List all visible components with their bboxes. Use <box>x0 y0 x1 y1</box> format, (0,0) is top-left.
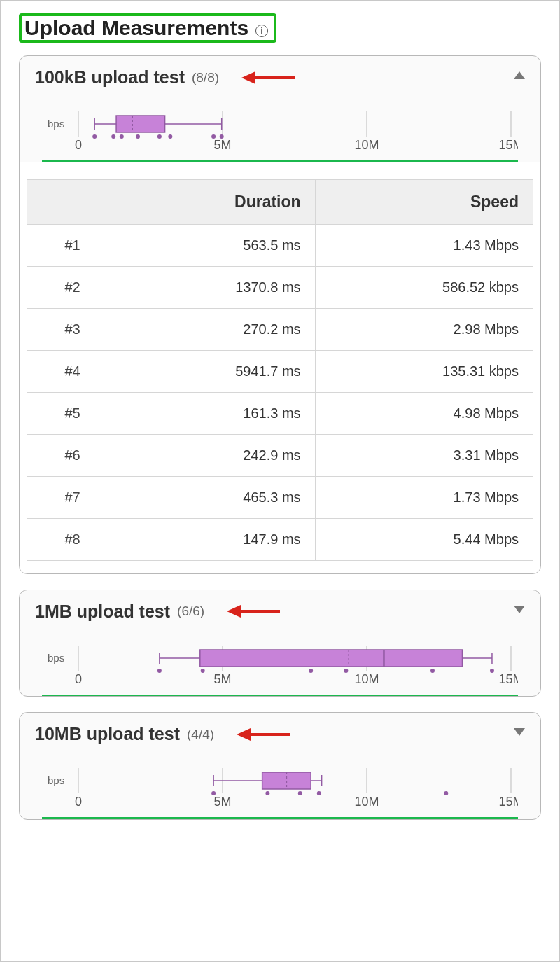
panels-container: 100kB upload test (8/8) 05M10M15Mbps Dur… <box>19 55 541 820</box>
table-cell: 1370.8 ms <box>118 266 315 308</box>
upload-test-panel: 1MB upload test (6/6) 05M10M15Mbps <box>19 590 541 697</box>
svg-point-67 <box>265 791 270 795</box>
svg-text:15M: 15M <box>498 672 518 686</box>
table-cell: #8 <box>27 518 118 560</box>
panel-title-row: 10MB upload test (4/4) <box>35 724 525 744</box>
plot-baseline <box>42 160 518 162</box>
table-wrapper: DurationSpeed#1563.5 ms1.43 Mbps#21370.8… <box>20 162 540 573</box>
chevron-up-icon[interactable] <box>514 71 525 79</box>
boxplot-area: 05M10M15Mbps <box>35 744 525 819</box>
table-cell: 2.98 Mbps <box>315 308 533 350</box>
svg-point-46 <box>344 669 348 673</box>
table-row: #7465.3 ms1.73 Mbps <box>27 476 533 518</box>
svg-point-20 <box>136 134 140 139</box>
measurements-table: DurationSpeed#1563.5 ms1.43 Mbps#21370.8… <box>27 179 533 561</box>
table-cell: 161.3 ms <box>118 392 315 434</box>
panel-title-row: 1MB upload test (6/6) <box>35 601 525 622</box>
svg-text:bps: bps <box>48 652 64 664</box>
svg-text:5M: 5M <box>214 795 231 809</box>
panel-title: 100kB upload test <box>35 67 185 88</box>
plot-baseline <box>42 695 518 697</box>
panel-title-row: 100kB upload test (8/8) <box>35 67 525 88</box>
svg-marker-27 <box>514 606 525 613</box>
svg-point-21 <box>158 134 162 139</box>
table-cell: 270.2 ms <box>118 308 315 350</box>
svg-point-48 <box>490 669 494 673</box>
table-row: #8147.9 ms5.44 Mbps <box>27 518 533 560</box>
svg-marker-50 <box>237 728 251 741</box>
panel-header[interactable]: 100kB upload test (8/8) 05M10M15Mbps <box>20 56 540 162</box>
table-cell: #6 <box>27 434 118 476</box>
svg-text:0: 0 <box>75 138 82 152</box>
svg-point-47 <box>430 669 435 673</box>
svg-text:5M: 5M <box>214 138 231 152</box>
panel-count: (8/8) <box>192 70 219 85</box>
upload-test-panel: 10MB upload test (4/4) 05M10M15Mbps <box>19 712 541 820</box>
svg-marker-2 <box>514 71 525 79</box>
svg-point-43 <box>158 669 162 673</box>
svg-point-17 <box>92 134 97 139</box>
panel-header[interactable]: 10MB upload test (4/4) 05M10M15Mbps <box>20 713 540 819</box>
panel-header[interactable]: 1MB upload test (6/6) 05M10M15Mbps <box>20 590 540 697</box>
table-cell: #5 <box>27 392 118 434</box>
panel-count: (4/4) <box>187 727 214 742</box>
svg-marker-26 <box>227 605 241 618</box>
table-cell: 5.44 Mbps <box>315 518 533 560</box>
page: Upload Measurements i 100kB upload test … <box>0 0 560 962</box>
table-cell: #2 <box>27 266 118 308</box>
table-cell: #7 <box>27 476 118 518</box>
svg-text:10M: 10M <box>354 672 379 686</box>
svg-text:10M: 10M <box>354 138 379 152</box>
annotation-arrow-icon <box>235 725 291 744</box>
table-row: #1563.5 ms1.43 Mbps <box>27 224 533 266</box>
svg-point-22 <box>168 134 172 139</box>
annotation-arrow-icon <box>240 69 296 87</box>
svg-text:0: 0 <box>75 795 82 809</box>
svg-point-23 <box>211 134 216 139</box>
table-row: #6242.9 ms3.31 Mbps <box>27 434 533 476</box>
table-row: #45941.7 ms135.31 kbps <box>27 350 533 392</box>
table-cell: 586.52 kbps <box>315 266 533 308</box>
table-row: #5161.3 ms4.98 Mbps <box>27 392 533 434</box>
svg-text:0: 0 <box>75 672 82 686</box>
svg-text:15M: 15M <box>498 138 518 152</box>
table-cell: #3 <box>27 308 118 350</box>
svg-point-18 <box>111 134 115 139</box>
table-header: Speed <box>315 179 533 224</box>
table-cell: 563.5 ms <box>118 224 315 266</box>
table-cell: #4 <box>27 350 118 392</box>
info-icon[interactable]: i <box>255 25 268 37</box>
svg-marker-51 <box>514 728 525 736</box>
svg-text:15M: 15M <box>498 795 518 809</box>
table-cell: 465.3 ms <box>118 476 315 518</box>
annotation-arrow-icon <box>225 602 281 620</box>
chevron-down-icon[interactable] <box>514 728 525 736</box>
section-title: Upload Measurements i <box>19 13 276 43</box>
svg-rect-40 <box>200 650 463 667</box>
table-cell: 1.73 Mbps <box>315 476 533 518</box>
panel-title: 1MB upload test <box>35 601 170 622</box>
chevron-down-icon[interactable] <box>514 606 525 613</box>
table-cell: 147.9 ms <box>118 518 315 560</box>
table-cell: 4.98 Mbps <box>315 392 533 434</box>
panel-title: 10MB upload test <box>35 724 180 744</box>
table-cell: 5941.7 ms <box>118 350 315 392</box>
svg-point-45 <box>309 669 313 673</box>
svg-point-24 <box>220 134 224 139</box>
svg-point-44 <box>201 669 205 673</box>
table-header <box>27 179 118 224</box>
table-cell: 135.31 kbps <box>315 350 533 392</box>
section-title-text: Upload Measurements <box>24 16 248 40</box>
svg-rect-15 <box>116 116 165 132</box>
boxplot-area: 05M10M15Mbps <box>35 88 525 162</box>
upload-test-panel: 100kB upload test (8/8) 05M10M15Mbps Dur… <box>19 55 541 574</box>
svg-text:10M: 10M <box>354 795 379 809</box>
svg-point-19 <box>120 134 124 139</box>
table-row: #21370.8 ms586.52 kbps <box>27 266 533 308</box>
table-cell: #1 <box>27 224 118 266</box>
svg-text:bps: bps <box>48 774 64 786</box>
table-cell: 242.9 ms <box>118 434 315 476</box>
svg-point-66 <box>211 791 216 795</box>
boxplot-area: 05M10M15Mbps <box>35 622 525 697</box>
svg-point-68 <box>298 791 302 795</box>
